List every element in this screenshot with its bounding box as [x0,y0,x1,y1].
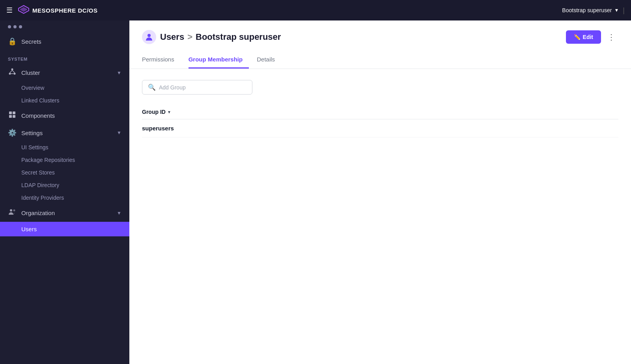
cluster-chevron-icon: ▼ [117,70,121,76]
header-actions: ✏️ Edit ⋮ [566,30,618,44]
sidebar-components-label: Components [21,112,121,119]
user-avatar-icon [142,30,156,44]
brand-text: MESOSPHERE DC/OS [32,7,98,14]
nav-divider: | [623,6,625,15]
sidebar-secrets-label: Secrets [21,38,121,45]
content-header: Users > Bootstrap superuser ✏️ Edit ⋮ Pe… [129,20,631,69]
breadcrumb-row: Users > Bootstrap superuser ✏️ Edit ⋮ [142,30,618,44]
cluster-icon [8,68,17,78]
sidebar-item-secrets[interactable]: 🔒 Secrets [0,33,129,50]
svg-line-5 [10,71,12,73]
sidebar-users-label: Users [8,226,121,232]
svg-point-4 [14,73,16,75]
breadcrumb-text: Users > Bootstrap superuser [160,32,281,42]
breadcrumb-parent[interactable]: Users [160,32,184,42]
svg-point-12 [10,209,12,212]
search-icon: 🔍 [148,84,156,91]
sidebar-item-organization[interactable]: Organization ▼ [0,204,129,222]
components-icon [8,111,17,121]
svg-line-6 [12,71,15,73]
lock-icon: 🔒 [8,37,17,46]
organization-chevron-icon: ▼ [117,210,121,216]
tab-permissions[interactable]: Permissions [142,52,181,69]
sidebar-item-settings[interactable]: ⚙️ Settings ▼ [0,124,129,141]
svg-point-14 [147,34,151,37]
breadcrumb: Users > Bootstrap superuser [142,30,281,44]
table-header: Group ID ▼ [142,106,618,119]
sidebar-sub-secret-stores[interactable]: Secret Stores [0,166,129,179]
sort-icon: ▼ [167,110,171,114]
svg-rect-11 [13,115,15,118]
dot-icon-2 [13,25,17,28]
sidebar-item-users[interactable]: Users [0,222,129,236]
search-input[interactable] [159,84,246,91]
svg-rect-9 [13,111,15,114]
tabs: Permissions Group Membership Details [142,52,618,69]
hamburger-icon[interactable]: ☰ [6,6,13,15]
sidebar-cluster-label: Cluster [21,69,117,76]
sidebar-settings-label: Settings [21,130,117,136]
sidebar-item-components[interactable]: Components [0,107,129,124]
svg-rect-10 [9,115,12,118]
top-nav: ☰ MESOSPHERE DC/OS Bootstrap superuser ▼… [0,0,631,20]
edit-button-label: Edit [583,34,593,40]
more-options-button[interactable]: ⋮ [604,30,618,44]
tab-details[interactable]: Details [257,52,281,69]
breadcrumb-current: Bootstrap superuser [196,32,281,42]
sidebar-top-icons [0,20,129,33]
edit-button[interactable]: ✏️ Edit [566,30,601,44]
sidebar-sub-linked-clusters[interactable]: Linked Clusters [0,94,129,107]
edit-pencil-icon: ✏️ [574,34,581,40]
sidebar-organization-label: Organization [21,210,117,216]
sidebar-sub-identity-providers[interactable]: Identity Providers [0,191,129,204]
brand-logo-icon [18,5,29,16]
svg-marker-1 [20,7,27,12]
table-row: superusers [142,119,618,137]
nav-chevron-icon: ▼ [614,7,619,13]
content-body: 🔍 Group ID ▼ superusers [129,69,631,364]
group-id-cell: superusers [142,125,174,132]
sidebar: 🔒 Secrets System Cluster ▼ Overview Link… [0,20,129,364]
group-id-column-header[interactable]: Group ID ▼ [142,109,171,115]
sidebar-sub-ldap-directory[interactable]: LDAP Directory [0,179,129,191]
sidebar-sub-overview[interactable]: Overview [0,82,129,94]
main-content: Users > Bootstrap superuser ✏️ Edit ⋮ Pe… [129,20,631,364]
breadcrumb-separator: > [187,32,192,42]
group-id-header-label: Group ID [142,109,166,115]
search-bar[interactable]: 🔍 [142,80,252,95]
tab-group-membership[interactable]: Group Membership [189,52,249,69]
dot-icon-1 [8,25,11,28]
svg-point-3 [9,73,11,75]
nav-user[interactable]: Bootstrap superuser ▼ [562,7,619,13]
settings-chevron-icon: ▼ [117,130,121,136]
svg-point-2 [11,69,13,71]
settings-icon: ⚙️ [8,128,17,137]
organization-icon [8,208,17,218]
svg-point-13 [13,210,15,212]
sidebar-sub-ui-settings[interactable]: UI Settings [0,141,129,154]
sidebar-system-section: System [0,50,129,64]
sidebar-item-cluster[interactable]: Cluster ▼ [0,64,129,82]
svg-rect-8 [9,111,12,114]
nav-username: Bootstrap superuser [562,7,612,13]
brand: MESOSPHERE DC/OS [18,5,98,16]
sidebar-sub-package-repositories[interactable]: Package Repositories [0,154,129,166]
dot-icon-3 [19,25,22,28]
